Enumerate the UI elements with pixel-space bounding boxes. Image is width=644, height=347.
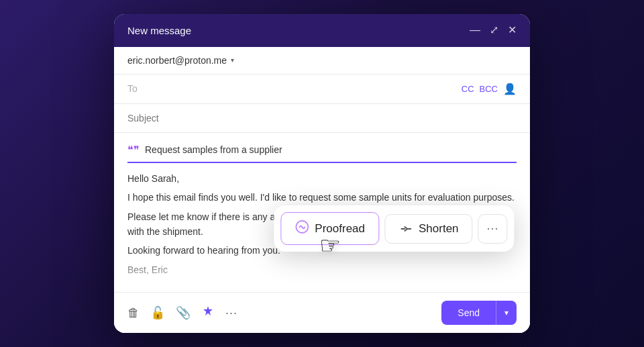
send-btn-group: Send ▾	[441, 301, 517, 325]
body-line1: I hope this email finds you well. I'd li…	[127, 190, 517, 205]
shorten-icon	[398, 221, 413, 236]
subject-row	[114, 104, 530, 133]
cc-button[interactable]: CC	[462, 84, 474, 94]
send-dropdown-button[interactable]: ▾	[496, 301, 517, 325]
cursor-hand: ☞	[319, 232, 341, 260]
subject-display: ❝❞ Request samples from a supplier	[127, 144, 517, 163]
ai-more-button[interactable]: ···	[478, 214, 508, 244]
shorten-label: Shorten	[419, 222, 459, 236]
to-row: To CC BCC 👤	[114, 75, 530, 104]
maximize-button[interactable]: ⤢	[490, 25, 498, 36]
from-dropdown-icon[interactable]: ▾	[231, 56, 234, 64]
toolbar-left: 🗑 🔓 📎 ···	[127, 305, 237, 321]
minimize-button[interactable]: —	[470, 25, 480, 36]
window-title: New message	[127, 25, 191, 36]
cc-bcc-controls: CC BCC 👤	[462, 83, 517, 95]
email-form: eric.norbert@proton.me ▾ To CC BCC 👤 ❝❞ …	[114, 47, 530, 333]
body-sign-name: Best, Eric	[127, 262, 517, 277]
ai-quote-icon: ❝❞	[127, 144, 140, 156]
compose-window: New message — ⤢ ✕ eric.norbert@proton.me…	[114, 14, 530, 333]
window-controls: — ⤢ ✕	[470, 25, 517, 36]
from-row: eric.norbert@proton.me ▾	[114, 47, 530, 75]
proofread-icon	[294, 219, 309, 238]
toolbar-more-icon[interactable]: ···	[225, 306, 237, 320]
add-contact-icon[interactable]: 👤	[503, 83, 517, 95]
compose-toolbar: 🗑 🔓 📎 ··· Send ▾	[114, 292, 530, 333]
send-button[interactable]: Send	[441, 301, 496, 325]
attachment-icon[interactable]: 📎	[176, 305, 191, 320]
from-address[interactable]: eric.norbert@proton.me ▾	[127, 55, 234, 66]
close-button[interactable]: ✕	[508, 25, 517, 36]
compose-body[interactable]: ❝❞ Request samples from a supplier Hello…	[114, 133, 530, 292]
greeting: Hello Sarah,	[127, 171, 517, 186]
delete-icon[interactable]: 🗑	[127, 306, 140, 320]
from-email: eric.norbert@proton.me	[127, 55, 227, 66]
lock-icon[interactable]: 🔓	[150, 305, 165, 320]
ai-toolbar-popup: Proofread Shorten ···	[274, 205, 514, 252]
ai-magic-icon[interactable]	[201, 305, 215, 321]
subject-text: Request samples from a supplier	[145, 144, 282, 155]
bcc-button[interactable]: BCC	[480, 84, 498, 94]
to-input[interactable]	[148, 83, 462, 94]
shorten-button[interactable]: Shorten	[384, 214, 473, 244]
to-label: To	[127, 83, 148, 94]
subject-input[interactable]	[127, 113, 517, 123]
title-bar: New message — ⤢ ✕	[114, 14, 530, 47]
